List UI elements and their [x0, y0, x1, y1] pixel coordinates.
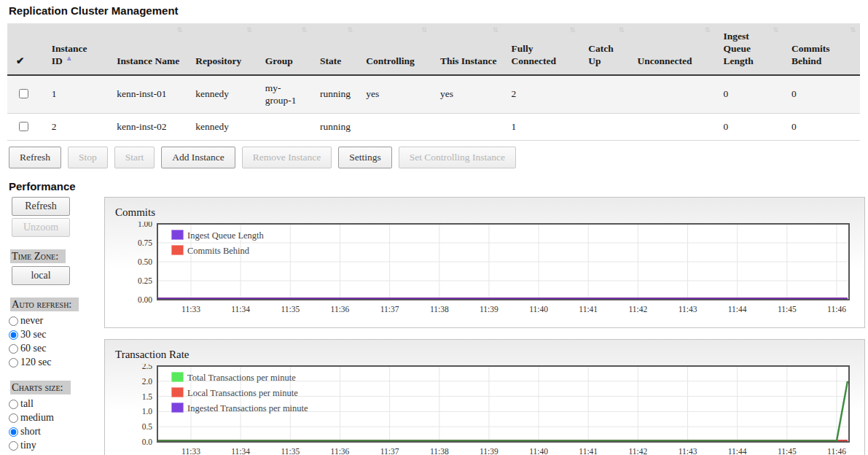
column-header-commits-behind[interactable]: Commits Behind⇅	[783, 23, 860, 75]
x-tick-label: 11:42	[628, 305, 647, 314]
charts-size-radio-tall[interactable]	[9, 400, 18, 409]
add-instance-button[interactable]: Add Instance	[161, 147, 235, 168]
charts-size-radio-tiny[interactable]	[9, 441, 18, 451]
charts-size-option-short[interactable]: short	[9, 426, 104, 438]
x-tick-label: 11:38	[430, 447, 449, 455]
y-tick-label: 0.25	[138, 276, 152, 285]
radio-label: short	[20, 426, 41, 438]
x-tick-label: 11:37	[380, 305, 399, 314]
x-tick-label: 11:44	[728, 447, 747, 455]
column-header-unconnected[interactable]: Unconnected⇅	[628, 23, 714, 75]
column-header-group[interactable]: Group⇅	[257, 23, 311, 75]
y-tick-label: 2.5	[142, 364, 153, 370]
radio-label: never	[20, 315, 43, 327]
legend-label-local-transactions-per-minute: Local Transactions per minute	[187, 388, 298, 398]
cell-repository: kennedy	[187, 113, 257, 141]
x-tick-label: 11:36	[331, 305, 350, 314]
cell-group	[257, 113, 311, 141]
radio-label: medium	[20, 412, 54, 424]
legend-label-total-transactions-per-minute: Total Transactions per minute	[187, 373, 296, 383]
cell-catch-up	[579, 75, 628, 114]
auto-refresh-radio-120-sec[interactable]	[9, 358, 18, 368]
column-label: Commits Behind	[791, 43, 830, 66]
column-label: Ingest Queue Length	[724, 31, 754, 66]
sort-toggle-icon: ⇅	[850, 26, 856, 34]
transaction-rate-chart-panel: Transaction Rate 2.52.01.51.00.50.011:33…	[104, 339, 865, 455]
sort-toggle-icon: ⇅	[302, 26, 308, 34]
y-tick-label: 1.00	[138, 222, 152, 228]
cell-this-instance	[431, 113, 503, 141]
column-label: Repository	[195, 55, 241, 66]
x-tick-label: 11:41	[579, 305, 598, 314]
auto-refresh-radio-60-sec[interactable]	[9, 344, 18, 354]
charts-size-radio-medium[interactable]	[9, 413, 18, 423]
timezone-button[interactable]: local	[12, 266, 70, 285]
auto-refresh-option-120-sec[interactable]: 120 sec	[9, 357, 104, 368]
cell-fully-connected: 1	[503, 113, 580, 141]
table-row: 2kenn-inst-02kennedyrunning100	[7, 113, 860, 141]
row-checkbox[interactable]	[19, 122, 28, 131]
charts-size-option-tall[interactable]: tall	[9, 398, 104, 410]
cell-controlling: yes	[357, 75, 431, 114]
sort-toggle-icon: ⇅	[619, 26, 625, 34]
table-row: 1kenn-inst-01kennedymy-group-1runningyes…	[7, 75, 860, 114]
set-controlling-instance-button: Set Controlling Instance	[399, 147, 516, 168]
x-tick-label: 11:35	[281, 447, 300, 455]
x-tick-label: 11:34	[231, 305, 250, 314]
column-header-instance-id[interactable]: Instance ID▲	[43, 23, 109, 75]
charts-size-group: tallmediumshorttiny	[9, 398, 104, 451]
charts-size-option-tiny[interactable]: tiny	[9, 440, 104, 451]
column-label: Instance Name	[117, 55, 179, 66]
cell-unconnected	[628, 113, 714, 141]
y-tick-label: 0.75	[138, 238, 152, 247]
row-select-cell	[7, 75, 43, 114]
charts-size-option-medium[interactable]: medium	[9, 412, 104, 424]
row-select-cell	[7, 113, 43, 141]
column-header-controlling[interactable]: Controlling⇅	[357, 23, 431, 75]
transaction-rate-chart: 2.52.01.51.00.50.011:3311:3411:3511:3611…	[105, 364, 863, 455]
auto-refresh-option-never[interactable]: never	[9, 315, 104, 327]
column-header-repository[interactable]: Repository⇅	[187, 23, 257, 75]
column-header-this-instance[interactable]: This Instance⇅	[431, 23, 503, 75]
auto-refresh-radio-30-sec[interactable]	[9, 330, 18, 340]
sort-toggle-icon: ⇅	[348, 26, 353, 34]
performance-heading: Performance	[9, 180, 861, 192]
y-tick-label: 0.5	[142, 422, 153, 431]
charts-size-radio-short[interactable]	[9, 427, 18, 437]
column-header-state[interactable]: State⇅	[311, 23, 357, 75]
legend-swatch-local-transactions-per-minute	[171, 387, 184, 397]
auto-refresh-option-30-sec[interactable]: 30 sec	[9, 329, 104, 341]
auto-refresh-group: never30 sec60 sec120 sec	[9, 315, 104, 368]
x-tick-label: 11:45	[778, 305, 797, 314]
x-tick-label: 11:36	[331, 447, 350, 455]
cell-fully-connected: 2	[503, 75, 580, 114]
cell-repository: kennedy	[187, 75, 257, 114]
cell-state: running	[311, 113, 357, 141]
column-header-catch-up[interactable]: Catch Up⇅	[579, 23, 628, 75]
x-tick-label: 11:33	[181, 447, 200, 455]
sort-toggle-icon: ⇅	[570, 26, 576, 34]
row-checkbox[interactable]	[19, 89, 28, 98]
sort-ascending-icon: ▲	[66, 54, 73, 62]
column-header-fully-connected[interactable]: Fully Connected⇅	[503, 23, 580, 75]
settings-button[interactable]: Settings	[338, 147, 392, 168]
x-tick-label: 11:37	[380, 447, 399, 455]
remove-instance-button: Remove Instance	[242, 147, 332, 168]
column-label: This Instance	[440, 55, 497, 66]
refresh-button[interactable]: Refresh	[9, 147, 61, 168]
auto-refresh-option-60-sec[interactable]: 60 sec	[9, 343, 104, 354]
y-tick-label: 0.00	[138, 295, 152, 304]
cell-controlling	[357, 113, 431, 141]
column-header-instance-name[interactable]: Instance Name⇅	[108, 23, 187, 75]
y-tick-label: 1.0	[142, 408, 153, 416]
performance-sidebar: Refresh Unzoom Time Zone: local Auto ref…	[7, 197, 104, 454]
column-header-ingest-queue-length[interactable]: Ingest Queue Length⇅	[715, 23, 783, 75]
radio-label: tiny	[20, 440, 36, 451]
radio-label: 60 sec	[20, 343, 46, 354]
y-tick-label: 0.0	[142, 438, 153, 446]
x-tick-label: 11:39	[480, 447, 498, 455]
legend-swatch-ingest-queue-length	[171, 230, 184, 240]
auto-refresh-radio-never[interactable]	[9, 316, 18, 326]
perf-refresh-button[interactable]: Refresh	[12, 197, 70, 216]
x-tick-label: 11:40	[529, 305, 548, 314]
